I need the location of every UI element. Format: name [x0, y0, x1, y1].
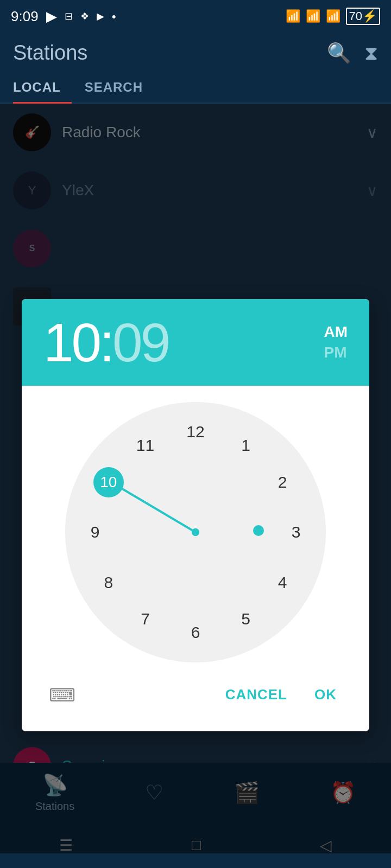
status-right: 📶 📶 📶 70⚡: [286, 8, 380, 25]
grid-icon: ❖: [80, 10, 89, 22]
keyboard-icon[interactable]: ⌨: [49, 684, 75, 706]
top-bar-icons: 🔍 ⧗: [327, 42, 378, 65]
top-bar: Stations 🔍 ⧗: [0, 33, 391, 71]
dot-icon: ●: [112, 12, 116, 21]
status-bar: 9:09 ▶ ⊟ ❖ ▶ ● 📶 📶 📶 70⚡: [0, 0, 391, 33]
page-title: Stations: [13, 41, 87, 65]
minute-indicator: [65, 402, 326, 662]
dialog-colon: :: [99, 315, 112, 369]
tab-search[interactable]: SEARCH: [85, 71, 154, 103]
ok-button[interactable]: OK: [309, 682, 342, 707]
pm-option[interactable]: PM: [324, 345, 348, 360]
play-icon: ▶: [46, 8, 57, 25]
time-display: 10 : 09: [43, 315, 168, 369]
time-picker-dialog: 10 : 09 AM PM 10: [22, 299, 369, 731]
cancel-button[interactable]: CANCEL: [220, 682, 293, 707]
status-left: 9:09 ▶ ⊟ ❖ ▶ ●: [11, 8, 116, 25]
svg-point-2: [253, 525, 264, 536]
youtube-icon: ▶: [97, 10, 104, 22]
notification-icon: ⊟: [65, 10, 73, 22]
search-icon[interactable]: 🔍: [327, 42, 351, 65]
dialog-header: 10 : 09 AM PM: [22, 299, 369, 386]
dialog-body: 10: [22, 386, 369, 731]
am-option[interactable]: AM: [324, 324, 348, 340]
status-time: 9:09: [11, 8, 39, 25]
clock-face[interactable]: 10: [65, 402, 326, 662]
signal-icon-2: 📶: [326, 9, 340, 23]
dialog-minutes[interactable]: 09: [112, 315, 168, 369]
dialog-footer: ⌨ CANCEL OK: [33, 673, 358, 720]
wifi-icon: 📶: [286, 9, 300, 23]
battery-icon: 70⚡: [346, 8, 380, 25]
clock-selected-hour[interactable]: 10: [93, 467, 124, 497]
tabs: LOCAL SEARCH: [0, 71, 391, 104]
timer-icon[interactable]: ⧗: [364, 42, 378, 65]
tab-local[interactable]: LOCAL: [13, 71, 72, 103]
dialog-actions: CANCEL OK: [220, 682, 342, 707]
ampm-selector: AM PM: [324, 324, 348, 360]
background-content: 🎸 Radio Rock ∨ Y YleX ∨ S yle 10 :: [0, 104, 391, 853]
dialog-hours[interactable]: 10: [43, 315, 99, 369]
signal-icon-1: 📶: [306, 9, 320, 23]
